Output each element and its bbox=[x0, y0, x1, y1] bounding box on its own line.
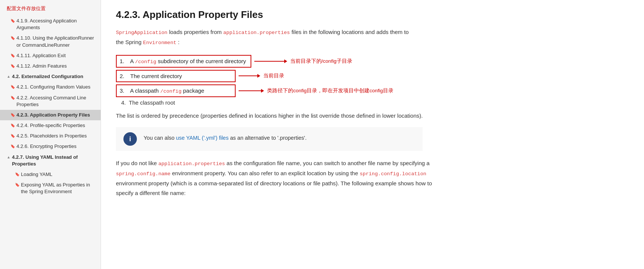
annotation-text-2: 当前目录 bbox=[263, 72, 284, 79]
nav-item-4.2[interactable]: ▲ 4.2. Externalized Configuration bbox=[0, 71, 101, 82]
location-4-num: 4. bbox=[121, 99, 126, 106]
bookmark-icon: 🔖 bbox=[10, 144, 15, 149]
triangle-icon: ▲ bbox=[7, 74, 10, 79]
nav-item-4.2.6[interactable]: 🔖 4.2.6. Encrypting Properties bbox=[0, 141, 101, 152]
location-1-box: 1. A /config subdirectory of the current… bbox=[116, 55, 251, 68]
page-title: 4.2.3. Application Property Files bbox=[116, 9, 629, 21]
arrow-3 bbox=[239, 89, 264, 93]
arrow-line-1 bbox=[254, 61, 284, 62]
arrow-1 bbox=[254, 59, 287, 63]
nav-item-loading-yaml[interactable]: 🔖 Loading YAML bbox=[0, 169, 101, 180]
location-3-num: 3. bbox=[120, 87, 125, 94]
app-properties-code-2: application.properties bbox=[158, 161, 225, 167]
nav-item-4.1.11[interactable]: 🔖 4.1.11. Application Exit bbox=[0, 50, 101, 61]
config-code-1: /config bbox=[135, 59, 156, 65]
bookmark-icon: 🔖 bbox=[10, 112, 15, 118]
info-icon: i bbox=[123, 132, 137, 146]
bookmark-icon: 🔖 bbox=[10, 35, 15, 41]
nav-item-4.2.1[interactable]: 🔖 4.2.1. Configuring Random Values bbox=[0, 82, 101, 92]
precedence-paragraph: The list is ordered by precedence (prope… bbox=[116, 111, 438, 121]
location-1-num: 1. bbox=[120, 58, 125, 64]
body-paragraph: If you do not like application.propertie… bbox=[116, 158, 445, 198]
bookmark-icon: 🔖 bbox=[10, 64, 15, 69]
location-2-num: 2. bbox=[120, 73, 125, 79]
locations-area: 1. A /config subdirectory of the current… bbox=[116, 55, 629, 106]
location-row-3: 3. A classpath /config package 类路径下的conf… bbox=[116, 84, 629, 97]
app-properties-code: application.properties bbox=[223, 30, 290, 35]
config-label: 配置文件存放位置 bbox=[0, 3, 101, 16]
nav-item-4.2.4[interactable]: 🔖 4.2.4. Profile-specific Properties bbox=[0, 120, 101, 131]
info-content: You can also use YAML ('.yml') files as … bbox=[144, 132, 307, 142]
nav-item-exposing-yaml[interactable]: 🔖 Exposing YAML as Properties in the Spr… bbox=[0, 180, 101, 197]
intro-text-1: loads properties from bbox=[169, 29, 223, 35]
spring-config-name-code: spring.config.name bbox=[116, 171, 171, 177]
bookmark-icon: 🔖 bbox=[10, 133, 15, 139]
triangle-icon: ▲ bbox=[7, 155, 10, 160]
info-box: i You can also use YAML ('.yml') files a… bbox=[116, 127, 423, 151]
nav-item-4.2.2[interactable]: 🔖 4.2.2. Accessing Command Line Properti… bbox=[0, 93, 101, 110]
location-4-text: The classpath root bbox=[129, 99, 175, 106]
nav-item-4.1.9[interactable]: 🔖 4.1.9. Accessing Application Arguments bbox=[0, 16, 101, 33]
spring-application-code: SpringApplication bbox=[116, 30, 168, 35]
location-2-box: 2. The current directory bbox=[116, 70, 236, 82]
sidebar: 配置文件存放位置 🔖 4.1.9. Accessing Application … bbox=[0, 0, 101, 269]
bookmark-icon: 🔖 bbox=[10, 53, 15, 58]
location-row-2: 2. The current directory 当前目录 bbox=[116, 70, 629, 82]
config-code-2: /config bbox=[160, 89, 182, 94]
annotation-text-1: 当前目录下的/config子目录 bbox=[290, 58, 352, 65]
nav-item-4.2.3[interactable]: 🔖 4.2.3. Application Property Files bbox=[0, 110, 101, 120]
nav-item-4.1.10[interactable]: 🔖 4.1.10. Using the ApplicationRunner or… bbox=[0, 33, 101, 50]
intro-text-3: : bbox=[178, 39, 180, 45]
main-content: 4.2.3. Application Property Files Spring… bbox=[101, 0, 644, 269]
bookmark-icon: 🔖 bbox=[10, 95, 15, 101]
nav-item-4.2.5[interactable]: 🔖 4.2.5. Placeholders in Properties bbox=[0, 131, 101, 141]
arrowhead-2 bbox=[257, 74, 260, 78]
bookmark-icon: 🔖 bbox=[15, 172, 19, 177]
intro-paragraph: SpringApplication loads properties from … bbox=[116, 27, 415, 47]
info-text-pre: You can also bbox=[144, 135, 176, 141]
arrowhead-1 bbox=[284, 59, 287, 63]
info-text-post: as an alternative to '.properties'. bbox=[230, 135, 307, 141]
arrow-2 bbox=[239, 74, 260, 78]
nav-item-4.1.12[interactable]: 🔖 4.1.12. Admin Features bbox=[0, 61, 101, 71]
nav-item-4.2.7[interactable]: ▲ 4.2.7. Using YAML Instead of Propertie… bbox=[0, 152, 101, 169]
arrowhead-3 bbox=[261, 89, 264, 93]
location-row-4: 4. The classpath root bbox=[116, 99, 629, 106]
bookmark-icon: 🔖 bbox=[10, 123, 15, 128]
yaml-link[interactable]: use YAML ('.yml') files bbox=[176, 135, 229, 141]
bookmark-icon: 🔖 bbox=[10, 84, 15, 90]
annotation-text-3: 类路径下的config目录，即在开发项目中创建config目录 bbox=[267, 87, 393, 94]
arrow-line-3 bbox=[239, 90, 261, 91]
arrow-line-2 bbox=[239, 75, 257, 76]
location-row-1: 1. A /config subdirectory of the current… bbox=[116, 55, 629, 68]
location-3-box: 3. A classpath /config package bbox=[116, 84, 236, 97]
bookmark-icon: 🔖 bbox=[15, 182, 19, 188]
environment-code: Environment bbox=[143, 40, 177, 46]
spring-config-location-code: spring.config.location bbox=[360, 171, 426, 177]
bookmark-icon: 🔖 bbox=[10, 18, 15, 24]
